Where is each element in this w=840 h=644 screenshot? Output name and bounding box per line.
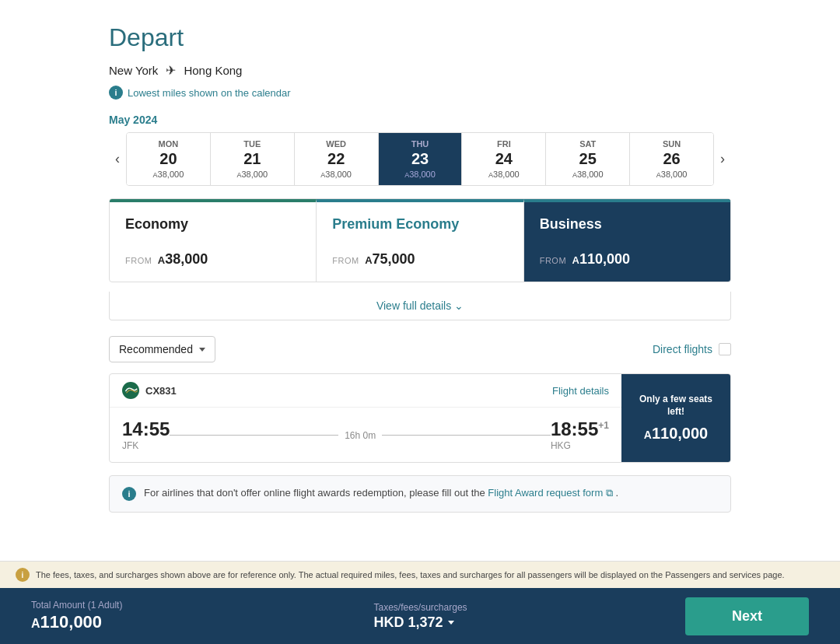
cal-day-num: 25 (549, 150, 626, 168)
flight-times: 14:55 JFK 16h 0m 18:55+1 HKG (110, 408, 621, 462)
direct-flights-row: Direct flights (653, 343, 731, 355)
notice-text: For airlines that don't offer online fli… (144, 487, 618, 499)
cal-day-miles: A38,000 (130, 170, 207, 179)
next-button[interactable]: Next (685, 597, 809, 635)
cal-day-name: WED (298, 139, 375, 149)
info-icon: i (109, 86, 123, 100)
flight-price: A110,000 (644, 425, 708, 443)
cal-day-miles: A38,000 (465, 170, 542, 179)
sort-label: Recommended (119, 343, 193, 355)
cal-day-miles: A38,000 (214, 170, 291, 179)
calendar-day-22[interactable]: WED 22 A38,000 (295, 133, 379, 185)
flight-award-link[interactable]: Flight Award request form ⧉ (488, 487, 615, 499)
calendar-day-26[interactable]: SUN 26 A38,000 (630, 133, 713, 185)
calendar-day-21[interactable]: TUE 21 A38,000 (211, 133, 295, 185)
cal-day-num: 21 (214, 150, 291, 168)
svg-point-0 (122, 382, 139, 399)
filter-row: Recommended Direct flights (109, 336, 731, 362)
month-label: May 2024 (109, 114, 731, 126)
cal-day-num: 20 (130, 150, 207, 168)
airline-row: CX831 (122, 382, 177, 399)
direct-flights-label: Direct flights (653, 343, 712, 355)
cal-day-miles: A38,000 (549, 170, 626, 179)
page-wrapper: Depart New York ✈ Hong Kong i Lowest mil… (0, 0, 840, 644)
flight-details-link[interactable]: Flight details (552, 385, 609, 397)
class-card-premium-economy[interactable]: Premium Economy FROM A75,000 (317, 199, 523, 282)
depart-time: 14:55 (122, 418, 170, 440)
class-cards: Economy FROM A38,000 Premium Economy FRO… (109, 198, 731, 282)
airline-code: CX831 (145, 385, 177, 397)
class-name: Business (540, 216, 715, 233)
calendar-days: MON 20 A38,000 TUE 21 A38,000 WED 22 A38… (126, 132, 714, 186)
cal-day-miles: A38,000 (382, 170, 459, 179)
day-offset: +1 (598, 420, 609, 431)
class-name: Premium Economy (332, 216, 507, 233)
class-from: FROM (332, 256, 362, 265)
flight-card: CX831 Flight details 14:55 JFK 16h 0m 18… (109, 373, 731, 463)
route-row: New York ✈ Hong Kong (109, 63, 731, 78)
class-miles: A75,000 (365, 251, 415, 267)
flight-price-panel[interactable]: Only a few seats left! A110,000 (621, 374, 730, 462)
depart-airport: JFK (122, 440, 170, 451)
route-to: Hong Kong (184, 64, 242, 77)
taxes-section: Taxes/fees/surcharges HKD 1,372 (343, 602, 686, 631)
cal-day-name: FRI (465, 139, 542, 149)
direct-flights-checkbox[interactable] (719, 343, 731, 355)
calendar-nav: ‹ MON 20 A38,000 TUE 21 A38,000 WED 22 A… (109, 132, 731, 186)
flight-main: CX831 Flight details 14:55 JFK 16h 0m 18… (110, 374, 621, 462)
amount-section: Total Amount (1 Adult) A110,000 (31, 600, 343, 632)
cal-day-miles: A38,000 (633, 170, 710, 179)
taxes-value[interactable]: HKD 1,372 (374, 614, 686, 631)
disclaimer-bar: i The fees, taxes, and surcharges shown … (0, 561, 840, 588)
disclaimer-text: The fees, taxes, and surcharges shown ab… (36, 570, 785, 579)
chevron-down-icon (199, 348, 205, 352)
class-card-economy[interactable]: Economy FROM A38,000 (110, 199, 317, 282)
page-title: Depart (109, 23, 731, 52)
chevron-down-icon: ⌄ (454, 299, 464, 312)
calendar-day-23[interactable]: THU 23 A38,000 (379, 133, 463, 185)
arrive-block: 18:55+1 HKG (551, 418, 609, 451)
amount-value: A110,000 (31, 612, 343, 632)
cal-day-name: THU (382, 139, 459, 149)
depart-block: 14:55 JFK (122, 418, 170, 451)
bottom-bar: Total Amount (1 Adult) A110,000 Taxes/fe… (0, 588, 840, 644)
view-full-details-label: View full details (376, 299, 451, 312)
award-symbol: A (644, 429, 652, 441)
class-miles: A110,000 (572, 251, 630, 267)
duration-block: 16h 0m (170, 429, 551, 441)
taxes-label: Taxes/fees/surcharges (374, 602, 686, 613)
cal-day-num: 26 (633, 150, 710, 168)
class-from: FROM (540, 256, 569, 265)
disclaimer-icon: i (16, 568, 30, 582)
arrive-airport: HKG (551, 440, 609, 451)
arrive-time: 18:55+1 (551, 418, 609, 440)
cal-day-num: 24 (465, 150, 542, 168)
class-name: Economy (125, 216, 300, 233)
prev-arrow[interactable]: ‹ (109, 151, 126, 167)
plane-icon: ✈ (166, 63, 176, 78)
cal-day-miles: A38,000 (298, 170, 375, 179)
class-card-business[interactable]: Business FROM A110,000 (524, 199, 730, 282)
amount-label: Total Amount (1 Adult) (31, 600, 343, 611)
info-text: Lowest miles shown on the calendar (128, 87, 291, 99)
info-bar: i Lowest miles shown on the calendar (109, 86, 731, 100)
notice-info-icon: i (122, 487, 136, 501)
next-arrow[interactable]: › (714, 151, 731, 167)
duration-text: 16h 0m (338, 430, 382, 441)
cal-day-name: SAT (549, 139, 626, 149)
class-miles: A38,000 (158, 251, 208, 267)
calendar-day-25[interactable]: SAT 25 A38,000 (546, 133, 630, 185)
taxes-chevron-icon (448, 621, 454, 625)
cal-day-name: TUE (214, 139, 291, 149)
calendar-day-20[interactable]: MON 20 A38,000 (127, 133, 211, 185)
seats-warning: Only a few seats left! (631, 394, 721, 418)
cal-day-num: 22 (298, 150, 375, 168)
route-from: New York (109, 64, 158, 77)
cal-day-num: 23 (382, 150, 459, 168)
info-notice: i For airlines that don't offer online f… (109, 475, 731, 513)
cal-day-name: SUN (633, 139, 710, 149)
view-full-details-btn[interactable]: View full details ⌄ (109, 292, 731, 320)
sort-dropdown[interactable]: Recommended (109, 336, 215, 362)
cal-day-name: MON (130, 139, 207, 149)
calendar-day-24[interactable]: FRI 24 A38,000 (462, 133, 546, 185)
